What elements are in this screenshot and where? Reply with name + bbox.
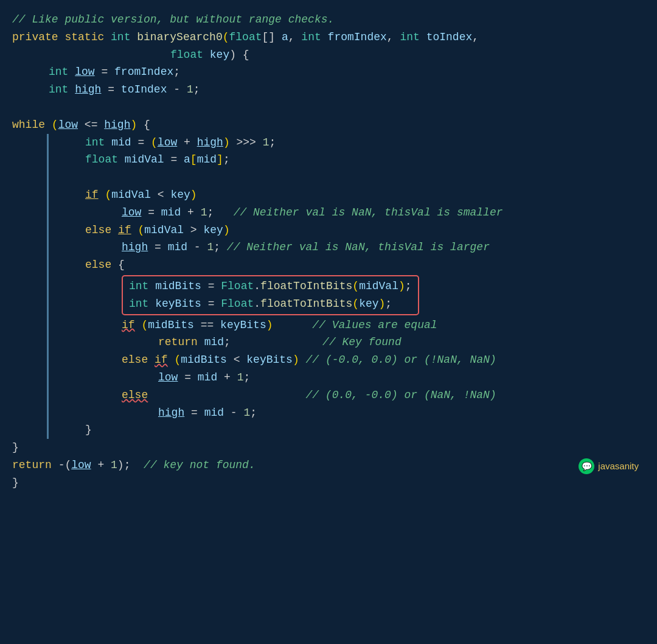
brace-while: {: [137, 116, 150, 134]
semi6: ;: [214, 239, 227, 256]
paren-final: );: [117, 457, 144, 474]
code-line-close-method: }: [12, 474, 645, 492]
space1: [99, 186, 105, 204]
paren-ftib2-close: ): [379, 295, 386, 313]
val-fromindex: fromIndex: [114, 63, 173, 81]
var-low5: low: [158, 369, 178, 387]
type-int-mid: int: [85, 134, 111, 152]
var-midbits2: midBits: [148, 317, 194, 334]
param-toindex: toIndex: [426, 29, 473, 46]
num-1e: 1: [237, 369, 244, 387]
var-keybits2: keyBits: [220, 317, 266, 334]
comma1: ,: [288, 29, 302, 46]
var-low: low: [75, 63, 94, 81]
type-int-low: int: [49, 63, 75, 81]
spaces3: [148, 387, 305, 404]
semi9: ;: [224, 334, 231, 351]
var-high4: high: [122, 239, 148, 256]
code-line-high: int high = toIndex - 1;: [12, 81, 645, 99]
brace-close-while: }: [12, 439, 19, 457]
var-midval2: midVal: [111, 186, 151, 204]
var-midval4: midVal: [359, 278, 398, 295]
code-line-mid: int mid = (low + high) >>> 1;: [49, 134, 645, 152]
code-line-signature1: private static int binarySearch0(float[]…: [12, 29, 645, 46]
code-line-close-else: }: [49, 421, 645, 439]
semi1: ;: [173, 63, 180, 81]
assign1: =: [95, 63, 114, 81]
keyword-else2: else: [85, 256, 111, 274]
code-block: // Like public version, but without rang…: [12, 11, 645, 492]
highlighted-section: int midBits = Float.floatToIntBits(midVa…: [122, 275, 645, 315]
comment-not-found: // key not found.: [144, 457, 255, 474]
blank1: [12, 99, 645, 116]
wechat-icon: 💬: [579, 458, 594, 474]
assign6: =: [148, 239, 167, 256]
type-int: int: [111, 29, 137, 46]
semi4: ;: [223, 151, 230, 169]
var-key1: key: [170, 186, 190, 204]
spaces1: [273, 317, 313, 334]
var-low2: low: [58, 116, 78, 134]
paren-close-brace: ) {: [229, 46, 249, 64]
code-line-midbits: int midBits = Float.floatToIntBits(midVa…: [129, 278, 412, 295]
code-line-high-assign1: high = mid - 1; // Neither val is NaN, t…: [49, 239, 645, 256]
bracket-mid: [: [190, 151, 197, 169]
plus2: +: [181, 204, 200, 222]
paren-while-close: ): [130, 116, 137, 134]
plus4: +: [91, 457, 111, 474]
rshift: >>>: [230, 134, 263, 152]
paren-ftib1: (: [352, 278, 359, 295]
var-mid: mid: [111, 134, 131, 152]
code-line-if-midbits: if (midBits == keyBits) // Values are eq…: [49, 317, 645, 334]
type-int3: int: [400, 29, 426, 46]
dot1: .: [254, 278, 260, 295]
comment-key-found: // Key found: [322, 334, 401, 351]
paren-mid: (: [151, 134, 158, 152]
semi3: ;: [269, 134, 276, 152]
brace-close-else: }: [85, 421, 92, 439]
keyword-if3: if: [122, 317, 135, 334]
code-line-return-mid: return mid; // Key found: [49, 334, 645, 351]
paren-ftib1-close: ): [398, 278, 405, 295]
semi7: ;: [405, 278, 412, 295]
code-line-high-assign2: high = mid - 1;: [49, 404, 645, 422]
left-bar-section: int mid = (low + high) >>> 1; float midV…: [47, 134, 645, 439]
bracket-pair: []: [262, 29, 282, 46]
var-mid6: mid: [198, 369, 217, 387]
comment-smaller: // Neither val is NaN, thisVal is smalle…: [234, 204, 503, 222]
paren-ftib2: (: [352, 295, 359, 313]
assign5: =: [141, 204, 161, 222]
code-line-low-assign2: low = mid + 1;: [49, 369, 645, 387]
var-mid5: mid: [204, 334, 224, 351]
paren-while: (: [52, 116, 58, 134]
var-high5: high: [158, 404, 184, 422]
keyword-if1: if: [85, 186, 99, 204]
var-keybits: keyBits: [155, 295, 201, 313]
comment-neg0: // (-0.0, 0.0) or (!NaN, NaN): [306, 351, 496, 369]
type-int-midbits: int: [129, 278, 155, 295]
code-line-midval: float midVal = a[mid];: [49, 151, 645, 169]
brace-else: {: [111, 256, 125, 274]
keyword-if2: if: [118, 222, 131, 239]
code-line-else3: else // (0.0, -0.0) or (NaN, !NaN): [49, 387, 645, 404]
var-mid2: mid: [197, 151, 217, 169]
var-keybits3: keyBits: [246, 351, 293, 369]
val-toindex: toIndex: [121, 81, 167, 99]
num-1g: 1: [111, 457, 117, 474]
num-1b: 1: [263, 134, 269, 152]
comment-pos0: // (0.0, -0.0) or (NaN, !NaN): [305, 387, 496, 404]
minus1: -: [167, 81, 186, 99]
brace-close-method: }: [12, 474, 19, 492]
var-midbits3: midBits: [181, 351, 227, 369]
var-midbits: midBits: [155, 278, 201, 295]
paren-if4-close: ): [293, 351, 299, 369]
comment-equal: // Values are equal: [312, 317, 437, 334]
var-high: high: [75, 81, 101, 99]
space3: [135, 317, 142, 334]
method-ftib2: floatToIntBits: [260, 295, 352, 313]
method-name: binarySearch0: [137, 29, 222, 46]
bracket-mid-close: ]: [217, 151, 223, 169]
space2: [131, 222, 138, 239]
type-float2: float: [170, 46, 210, 64]
class-float2: Float: [221, 295, 254, 313]
